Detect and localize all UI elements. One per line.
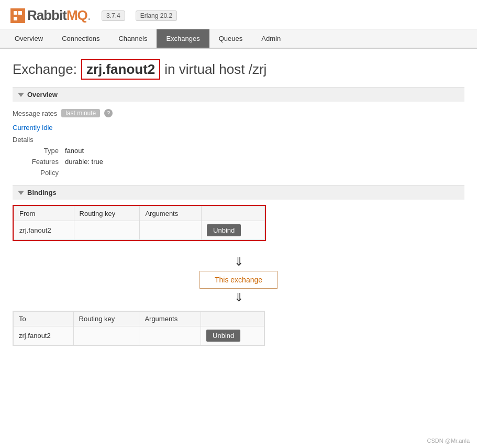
type-key: Type	[23, 147, 65, 155]
nav: Overview Connections Channels Exchanges …	[0, 29, 477, 49]
to-table-row: zrj.fanout2 Unbind	[14, 326, 264, 345]
help-icon[interactable]: ?	[104, 109, 113, 117]
from-col-header: From	[14, 206, 74, 221]
message-rates-row: Message rates last minute ?	[13, 107, 464, 119]
exchange-title: Exchange: zrj.fanout2 in virtual host /z…	[13, 59, 464, 80]
details-row-features: Features durable: true	[23, 158, 464, 166]
message-rates-label: Message rates	[13, 110, 57, 117]
to-table-wrapper: To Routing key Arguments zrj.fanout2 Unb…	[13, 311, 265, 346]
type-val: fanout	[65, 147, 84, 155]
features-key: Features	[23, 158, 65, 166]
logo-dot: .	[87, 7, 91, 24]
title-suffix: in virtual host /zrj	[164, 61, 267, 78]
to-cell: zrj.fanout2	[14, 326, 74, 345]
footer-text: CSDN @Mr.anla	[427, 438, 470, 444]
from-unbind-cell: Unbind	[202, 221, 265, 240]
overview-section: Overview Message rates last minute ? Cur…	[13, 87, 464, 177]
from-table: From Routing key Arguments zrj.fanout2 U…	[14, 206, 265, 240]
to-table-header-row: To Routing key Arguments	[14, 312, 264, 326]
to-table: To Routing key Arguments zrj.fanout2 Unb…	[13, 311, 264, 345]
arrow-down-2: ⇓	[234, 292, 243, 303]
logo-mq: MQ	[66, 7, 87, 24]
last-minute-badge[interactable]: last minute	[61, 109, 100, 117]
to-col-header: To	[14, 312, 74, 326]
nav-overview[interactable]: Overview	[5, 29, 52, 48]
logo-rabbit: Rabbit	[27, 7, 66, 24]
bindings-collapse-icon[interactable]	[18, 191, 24, 195]
flow-diagram: ⇓ This exchange ⇓	[13, 256, 464, 303]
details-table: Type fanout Features durable: true Polic…	[23, 147, 464, 177]
to-routing-key-col-header: Routing key	[73, 312, 139, 326]
to-arguments-cell	[139, 326, 201, 345]
header: RabbitMQ. 3.7.4 Erlang 20.2	[0, 0, 477, 29]
logo-icon	[10, 8, 25, 23]
from-routing-key-cell	[74, 221, 140, 240]
nav-queues[interactable]: Queues	[209, 29, 252, 48]
exchange-name: zrj.fanout2	[81, 59, 160, 80]
title-prefix: Exchange:	[13, 61, 77, 78]
to-unbind-cell: Unbind	[201, 326, 264, 345]
features-val: durable: true	[65, 158, 103, 166]
from-unbind-button[interactable]: Unbind	[207, 224, 241, 236]
from-cell: zrj.fanout2	[14, 221, 74, 240]
footer: CSDN @Mr.anla	[427, 438, 470, 444]
to-action-col-header	[201, 312, 264, 326]
to-routing-key-cell	[73, 326, 139, 345]
details-row-policy: Policy	[23, 169, 464, 177]
details-row-type: Type fanout	[23, 147, 464, 155]
bindings-section: Bindings From Routing key Arguments zrj.…	[13, 185, 464, 347]
svg-rect-3	[18, 16, 22, 20]
svg-rect-0	[14, 11, 17, 15]
svg-rect-2	[14, 17, 17, 20]
arguments-col-header: Arguments	[140, 206, 202, 221]
action-col-header	[202, 206, 265, 221]
this-exchange-box: This exchange	[199, 271, 278, 289]
overview-header: Overview	[13, 87, 464, 102]
to-unbind-button[interactable]: Unbind	[206, 330, 240, 342]
to-arguments-col-header: Arguments	[139, 312, 201, 326]
arrow-down-1: ⇓	[234, 256, 243, 268]
nav-channels[interactable]: Channels	[109, 29, 157, 48]
nav-admin[interactable]: Admin	[252, 29, 290, 48]
from-table-header-row: From Routing key Arguments	[14, 206, 265, 221]
erlang-badge: Erlang 20.2	[136, 10, 177, 21]
nav-connections[interactable]: Connections	[52, 29, 109, 48]
details-label: Details	[13, 136, 464, 144]
collapse-icon[interactable]	[18, 93, 24, 97]
routing-key-col-header: Routing key	[74, 206, 140, 221]
page-content: Exchange: zrj.fanout2 in virtual host /z…	[0, 49, 477, 358]
policy-key: Policy	[23, 169, 65, 177]
nav-exchanges[interactable]: Exchanges	[157, 29, 209, 48]
from-arguments-cell	[140, 221, 202, 240]
bindings-label: Bindings	[27, 189, 57, 196]
overview-label: Overview	[27, 91, 58, 99]
from-table-row: zrj.fanout2 Unbind	[14, 221, 265, 240]
svg-rect-1	[18, 11, 22, 15]
bindings-header: Bindings	[13, 185, 464, 200]
version-badge: 3.7.4	[102, 10, 125, 21]
from-table-wrapper: From Routing key Arguments zrj.fanout2 U…	[13, 205, 266, 241]
idle-text: Currently idle	[13, 124, 464, 132]
logo: RabbitMQ.	[10, 7, 91, 24]
